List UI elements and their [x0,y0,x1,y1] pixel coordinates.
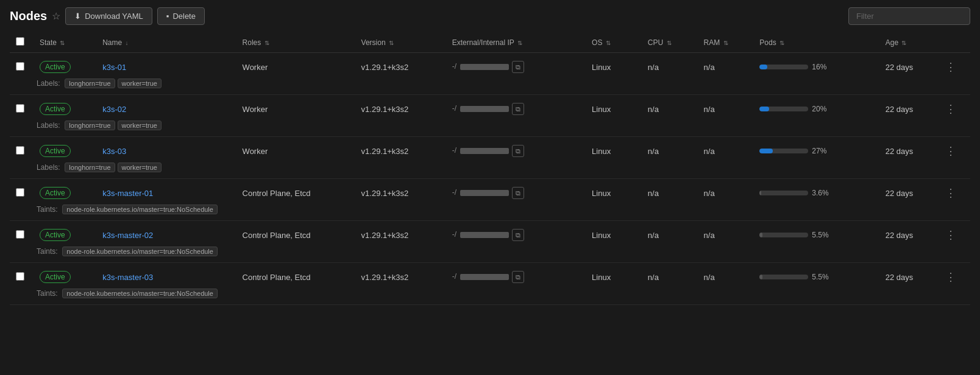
row-sub-cell-5: Taints: node-role.kubernetes.io/master=t… [10,287,970,305]
status-badge-4: Active [40,229,71,241]
row-ip-cell-1: -/ ⧉ [446,95,586,120]
row-cpu-cell-0: n/a [642,53,698,78]
node-name-link-4[interactable]: k3s-master-02 [102,231,153,240]
table-row: Active k3s-01 Worker v1.29.1+k3s2 -/ ⧉ L… [10,53,970,78]
row-actions-cell-4: ⋮ [936,221,970,246]
row-ip-cell-2: -/ ⧉ [446,137,586,162]
copy-ip-icon-1[interactable]: ⧉ [512,103,524,115]
row-checkbox-4[interactable] [16,230,24,239]
tag-2: longhorn=true [65,163,115,172]
node-name-link-1[interactable]: k3s-02 [102,105,126,114]
row-sub-cell-2: Labels: longhorn=trueworker=true [10,161,970,179]
pods-percent-label-3: 3.6% [812,189,834,197]
col-cpu: CPU ⇅ [642,32,698,53]
node-name-link-5[interactable]: k3s-master-03 [102,273,153,282]
node-name-link-3[interactable]: k3s-master-01 [102,189,153,198]
delete-button[interactable]: ▪ Delete [157,7,205,25]
table-sub-row: Taints: node-role.kubernetes.io/master=t… [10,203,970,221]
row-checkbox-5[interactable] [16,272,24,281]
row-checkbox-0[interactable] [16,62,24,71]
row-checkbox-3[interactable] [16,188,24,197]
row-sub-cell-0: Labels: longhorn=trueworker=true [10,77,970,95]
page-header: Nodes ☆ ⬇ Download YAML ▪ Delete [10,7,970,25]
row-more-button-3[interactable]: ⋮ [942,185,960,201]
copy-ip-icon-0[interactable]: ⧉ [512,61,524,73]
row-more-button-5[interactable]: ⋮ [942,269,960,285]
pods-bar-container-3: 3.6% [759,189,873,197]
star-icon[interactable]: ☆ [52,10,60,22]
sub-label-2: Labels: [37,163,60,172]
row-state-cell-4: Active [34,221,96,246]
row-more-button-2[interactable]: ⋮ [942,143,960,159]
copy-ip-icon-3[interactable]: ⧉ [512,187,524,199]
table-header-row: State ⇅ Name ↓ Roles ⇅ Version ⇅ Externa… [10,32,970,53]
download-yaml-button[interactable]: ⬇ Download YAML [65,7,152,25]
row-actions-cell-3: ⋮ [936,179,970,204]
row-pods-cell-3: 3.6% [753,179,879,204]
sort-version-icon[interactable]: ⇅ [389,40,394,46]
sort-pods-icon[interactable]: ⇅ [779,40,784,46]
col-os: OS ⇅ [586,32,642,53]
row-checkbox-1[interactable] [16,104,24,113]
pods-bar-container-2: 27% [759,147,873,155]
delete-icon: ▪ [166,12,169,21]
sort-roles-icon[interactable]: ⇅ [265,40,269,46]
row-more-button-1[interactable]: ⋮ [942,101,960,117]
select-all-checkbox[interactable] [16,37,24,46]
node-name-link-0[interactable]: k3s-01 [102,63,126,72]
row-name-cell-2: k3s-03 [96,137,236,162]
sort-cpu-icon[interactable]: ⇅ [667,40,672,46]
tag-1: longhorn=true [65,121,115,130]
copy-ip-icon-2[interactable]: ⧉ [512,145,524,157]
ip-prefix-1: -/ [452,104,456,113]
row-checkbox-cell-1 [10,95,34,120]
node-name-link-2[interactable]: k3s-03 [102,147,126,156]
col-pods: Pods ⇅ [753,32,879,53]
row-version-cell-0: v1.29.1+k3s2 [355,53,446,78]
filter-input[interactable] [848,7,970,25]
row-roles-cell-3: Control Plane, Etcd [236,179,355,204]
row-ip-cell-4: -/ ⧉ [446,221,586,246]
pods-bar-fill-1 [759,107,769,111]
page-container: Nodes ☆ ⬇ Download YAML ▪ Delete State [0,0,980,312]
sort-ip-icon[interactable]: ⇅ [517,40,522,46]
copy-ip-icon-5[interactable]: ⧉ [512,271,524,283]
row-age-cell-1: 22 days [879,95,936,120]
copy-ip-icon-4[interactable]: ⧉ [512,229,524,241]
row-checkbox-cell-2 [10,137,34,162]
pods-bar-bg-5 [759,275,808,279]
table-row: Active k3s-master-03 Control Plane, Etcd… [10,263,970,288]
pods-bar-container-0: 16% [759,63,873,71]
row-ram-cell-0: n/a [698,53,754,78]
ip-redacted-0 [460,64,509,70]
row-age-cell-2: 22 days [879,137,936,162]
row-actions-cell-0: ⋮ [936,53,970,78]
row-cpu-cell-3: n/a [642,179,698,204]
pods-bar-bg-2 [759,149,808,153]
sort-name-icon[interactable]: ↓ [126,40,129,46]
toolbar: ⬇ Download YAML ▪ Delete [65,7,205,25]
row-os-cell-0: Linux [586,53,642,78]
row-ram-cell-1: n/a [698,95,754,120]
ip-prefix-5: -/ [452,272,456,281]
row-more-button-4[interactable]: ⋮ [942,227,960,243]
ip-redacted-5 [460,274,509,280]
row-ram-cell-5: n/a [698,263,754,288]
row-sub-cell-4: Taints: node-role.kubernetes.io/master=t… [10,245,970,263]
col-ram: RAM ⇅ [698,32,754,53]
row-checkbox-cell-4 [10,221,34,246]
sort-age-icon[interactable]: ⇅ [901,40,906,46]
ip-redacted-4 [460,232,509,238]
row-name-cell-5: k3s-master-03 [96,263,236,288]
row-checkbox-2[interactable] [16,146,24,155]
ip-prefix-4: -/ [452,230,456,239]
sort-state-icon[interactable]: ⇅ [60,40,65,46]
row-more-button-0[interactable]: ⋮ [942,59,960,75]
sort-ram-icon[interactable]: ⇅ [723,40,728,46]
sub-label-0: Labels: [37,79,60,88]
row-sub-cell-3: Taints: node-role.kubernetes.io/master=t… [10,203,970,221]
row-actions-cell-2: ⋮ [936,137,970,162]
status-badge-0: Active [40,61,71,73]
sort-os-icon[interactable]: ⇅ [606,40,611,46]
status-badge-1: Active [40,103,71,115]
